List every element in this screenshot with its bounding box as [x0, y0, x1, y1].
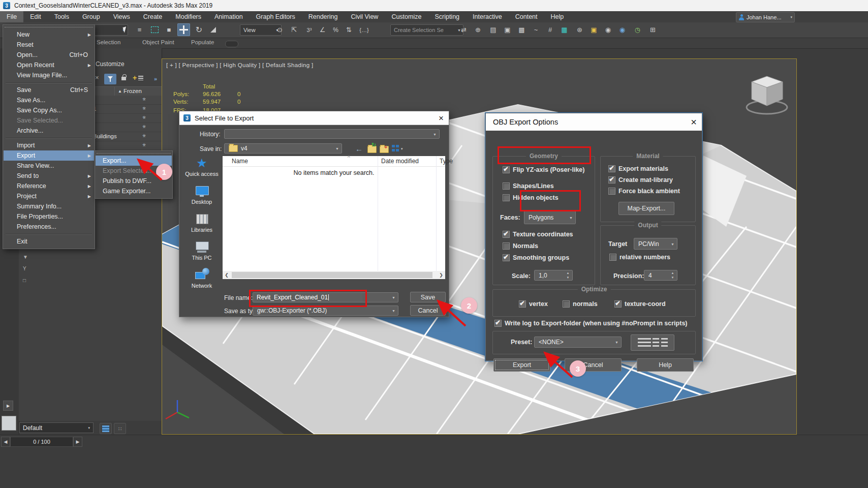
file-menu-item[interactable]: Save Ctrl+S [4, 85, 94, 95]
place-item[interactable]: This PC [182, 240, 221, 268]
scrollbar-thumb[interactable] [232, 272, 432, 278]
column-name[interactable]: Name [232, 158, 248, 165]
file-menu-item[interactable]: New [4, 29, 94, 40]
frame-counter[interactable]: 0 / 100 [10, 437, 73, 447]
file-menu-item[interactable]: Share View... [4, 161, 94, 171]
scene-explorer-customize[interactable]: Customize [96, 60, 125, 68]
relative-numbers-checkbox[interactable]: relative numbers [609, 254, 670, 261]
history-dropdown[interactable] [224, 129, 440, 139]
menu-bar-item[interactable]: Tools [48, 11, 76, 22]
help-button[interactable]: Help [637, 358, 694, 372]
ribbon-tab-object-paint[interactable]: Object Paint [142, 39, 174, 45]
create-mat-library-checkbox[interactable]: Create mat-library [608, 176, 673, 184]
menu-bar-item[interactable]: Scripting [428, 11, 466, 22]
column-date-modified[interactable]: Date modified [381, 158, 419, 165]
scroll-left-icon[interactable]: ❮ [223, 271, 231, 279]
select-by-name-icon[interactable]: ≡ [133, 23, 146, 36]
close-icon[interactable]: × [95, 74, 99, 81]
menu-bar-item[interactable]: Graph Editors [250, 11, 302, 22]
write-log-checkbox[interactable]: Write log to Export-folder (when using #… [494, 320, 688, 327]
frozen-icon[interactable] [141, 114, 147, 121]
render-iterative-icon[interactable]: ◉ [616, 23, 629, 36]
file-name-input[interactable]: Revit_Export_Cleaned_01 [254, 293, 362, 302]
back-icon[interactable]: ← [355, 144, 363, 153]
ribbon-tab-populate[interactable]: Populate [191, 39, 214, 45]
map-export-button[interactable]: Map-Export... [618, 202, 674, 215]
menu-bar-item[interactable]: Help [544, 11, 571, 22]
scale-tool-icon[interactable] [207, 23, 220, 36]
file-menu-item[interactable]: Save Selected... [4, 115, 94, 126]
rotate-tool-icon[interactable]: ↻ [193, 23, 205, 36]
save-button[interactable]: Save [410, 292, 446, 302]
angle-snap-icon[interactable]: ∠ [316, 23, 329, 36]
frozen-icon[interactable] [141, 132, 147, 140]
up-one-level-icon[interactable]: ↻ [367, 144, 378, 153]
file-menu-item[interactable]: Archive... [4, 126, 94, 136]
menu-bar-item[interactable]: Modifiers [169, 11, 208, 22]
mirror-icon[interactable]: ⇄ [457, 23, 470, 36]
close-icon[interactable]: × [433, 114, 449, 123]
account-widget[interactable]: Johan Hane... ▾ [736, 12, 795, 22]
curve-editor-icon[interactable]: ~ [530, 23, 542, 36]
layer-manager-button[interactable] [100, 423, 112, 434]
menu-bar-item[interactable]: File [0, 11, 23, 22]
lock-icon[interactable] [121, 77, 126, 80]
horizontal-scrollbar[interactable]: ❮ ❯ [223, 271, 445, 279]
save-in-dropdown[interactable]: v4 [224, 143, 342, 154]
select-object-icon[interactable] [119, 23, 132, 36]
panel-filter-icon[interactable]: ▼ [23, 254, 28, 260]
place-item[interactable]: Quick access [182, 156, 221, 184]
more-chevrons-icon[interactable]: » [154, 76, 157, 82]
frozen-icon[interactable] [141, 141, 147, 149]
export-button[interactable]: Export [493, 358, 550, 372]
viewport-label[interactable]: [ + ] [ Perspective ] [ High Quality ] [… [166, 62, 313, 68]
toggle-ribbon-icon[interactable]: ▩ [515, 23, 528, 36]
column-type[interactable]: Type [440, 158, 453, 165]
file-menu-item[interactable]: View Image File... [4, 70, 94, 80]
snap-toggle-3d-icon[interactable]: 3³ [303, 23, 316, 36]
dialog-title-bar[interactable]: 3 Select File to Export × [179, 111, 449, 125]
toggle-scene-explorer-icon[interactable]: ▤ [487, 23, 500, 36]
shapes-lines-checkbox[interactable]: Shapes/Lines [503, 182, 554, 190]
use-pivot-center-icon[interactable]: ⊙ [273, 23, 286, 36]
file-menu-item[interactable]: Preferences... [4, 222, 94, 232]
file-menu-item[interactable]: Summary Info... [4, 201, 94, 211]
hidden-objects-checkbox[interactable]: Hidden objects [503, 194, 559, 201]
file-menu-item[interactable]: Save As... [4, 95, 94, 105]
flip-yz-checkbox[interactable]: Flip YZ-axis (Poser-like) [503, 166, 584, 173]
scroll-right-icon[interactable]: ❯ [437, 271, 445, 279]
view-menu-icon[interactable] [392, 145, 399, 151]
file-list[interactable]: Name ^ Date modified Type No items match… [223, 156, 445, 279]
filter-button[interactable] [104, 74, 116, 84]
file-menu-item[interactable]: Send to [4, 171, 94, 181]
target-dropdown[interactable]: PC/Win [634, 238, 677, 250]
export-materials-checkbox[interactable]: Export materials [608, 165, 668, 172]
frozen-icon[interactable] [141, 105, 147, 112]
place-item[interactable]: Desktop [182, 184, 221, 212]
spinner-arrows-icon[interactable]: ▲▼ [565, 271, 571, 279]
menu-bar-item[interactable]: Interactive [466, 11, 509, 22]
place-item[interactable]: Libraries [182, 212, 221, 240]
dialog-title-bar[interactable]: OBJ Export Options × [486, 113, 702, 131]
render-setup-icon[interactable]: ⊛ [573, 23, 586, 36]
panel-display-icon[interactable]: □ [23, 278, 26, 283]
ribbon-tab-selection[interactable]: Selection [97, 39, 120, 45]
named-selection-set-dropdown[interactable]: Create Selection Se [390, 24, 463, 36]
cancel-button[interactable]: Cancel [410, 305, 446, 316]
smoothing-groups-checkbox[interactable]: Smoothing groups [503, 254, 569, 261]
place-item[interactable]: Network [182, 268, 221, 296]
close-icon[interactable]: × [686, 117, 702, 127]
preset-dropdown[interactable]: <NONE> [534, 337, 622, 348]
panel-sort-icon[interactable]: Y [23, 266, 26, 271]
file-menu-item[interactable]: Exit [4, 236, 94, 247]
mini-viewport-thumbnail[interactable] [2, 416, 16, 431]
file-menu-item[interactable]: File Properties... [4, 211, 94, 222]
file-menu-item[interactable]: Reference [4, 181, 94, 191]
file-menu-item[interactable]: Open... Ctrl+O [4, 50, 94, 60]
material-editor-icon[interactable]: ▦ [558, 23, 571, 36]
ribbon-minimize-toggle[interactable] [225, 41, 238, 47]
add-column-icon[interactable]: + [133, 74, 137, 82]
texture-coordinates-checkbox[interactable]: Texture coordinates [503, 231, 573, 238]
scale-spinner[interactable]: 1,0 ▲▼ [534, 270, 573, 281]
rendered-frame-window-icon[interactable]: ▣ [587, 23, 600, 36]
